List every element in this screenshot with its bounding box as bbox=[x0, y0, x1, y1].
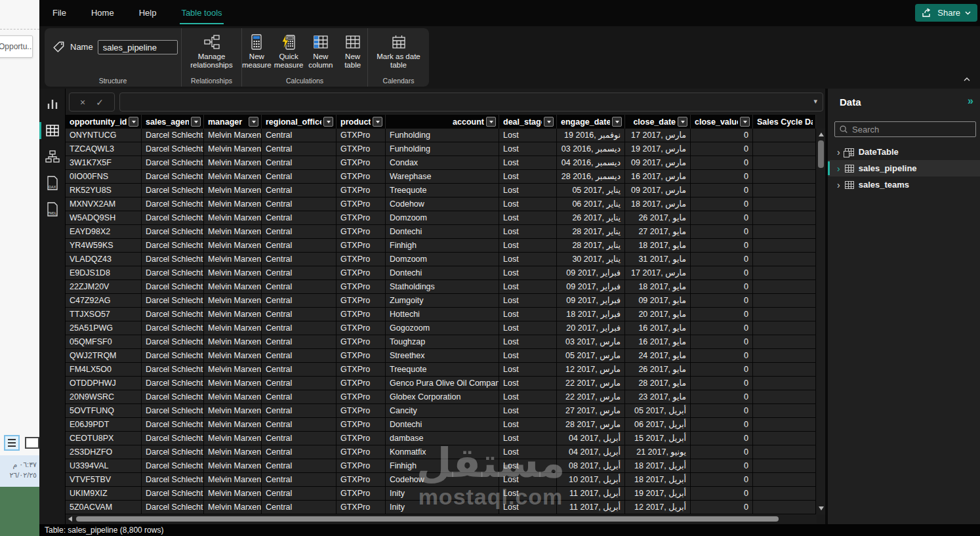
table-row[interactable]: 3W1K7X5FDarcel SchlechtMelvin MarxenCent… bbox=[66, 156, 816, 170]
cell-close-date: 16 2017, مايو bbox=[625, 335, 691, 348]
table-row[interactable]: C47Z92AGDarcel SchlechtMelvin MarxenCent… bbox=[66, 294, 816, 308]
cell-sales-agent: Darcel Schlecht bbox=[142, 239, 204, 252]
collapse-ribbon-button[interactable] bbox=[963, 73, 971, 85]
new-measure-button[interactable]: New measure bbox=[242, 33, 272, 74]
data-table-sales-teams[interactable]: ›sales_teams bbox=[828, 176, 980, 193]
expand-chevron-icon[interactable]: › bbox=[837, 164, 840, 173]
formula-expand-chevron-icon[interactable]: ▾ bbox=[813, 97, 817, 106]
column-header-close-date[interactable]: close_date bbox=[625, 115, 691, 129]
table-row[interactable]: 20N9WSRCDarcel SchlechtMelvin MarxenCent… bbox=[66, 390, 816, 404]
scroll-up-arrow-icon[interactable] bbox=[819, 133, 824, 136]
filter-button-deal-stage[interactable] bbox=[544, 117, 554, 127]
expand-chevron-icon[interactable]: › bbox=[837, 148, 840, 157]
table-row[interactable]: YR4W59KSDarcel SchlechtMelvin MarxenCent… bbox=[66, 239, 816, 253]
table-row[interactable]: 22ZJM20VDarcel SchlechtMelvin MarxenCent… bbox=[66, 280, 816, 294]
filter-button-regional-office[interactable] bbox=[323, 117, 333, 127]
table-row[interactable]: UKIM9XIZDarcel SchlechtMelvin MarxenCent… bbox=[66, 487, 816, 501]
report-view-button[interactable] bbox=[39, 91, 66, 117]
filter-button-manager[interactable] bbox=[249, 117, 258, 127]
table-row[interactable]: TZCAQWL3Darcel SchlechtMelvin MarxenCent… bbox=[66, 142, 816, 156]
menu-file[interactable]: File bbox=[52, 0, 66, 26]
share-button[interactable]: Share bbox=[915, 4, 977, 22]
model-view-button[interactable] bbox=[39, 144, 66, 170]
column-header-deal-stage[interactable]: deal_stage bbox=[499, 115, 557, 129]
taskbar-window-icon[interactable] bbox=[25, 437, 39, 449]
cell-product: GTXPro bbox=[337, 156, 386, 169]
mark-as-date-table-button[interactable]: Mark as date table bbox=[371, 33, 427, 74]
data-search-box[interactable] bbox=[834, 121, 976, 137]
formula-bar: × ✓ ▾ bbox=[66, 93, 825, 112]
table-row[interactable]: E9DJS1D8Darcel SchlechtMelvin MarxenCent… bbox=[66, 266, 816, 280]
filter-button-close-value[interactable] bbox=[740, 117, 750, 127]
table-row[interactable]: VLADQZ43Darcel SchlechtMelvin MarxenCent… bbox=[66, 253, 816, 266]
table-row[interactable]: CEOTU8PXDarcel SchlechtMelvin MarxenCent… bbox=[66, 432, 816, 445]
filter-button-close-date[interactable] bbox=[678, 117, 687, 127]
table-row[interactable]: MXNVX2AMDarcel SchlechtMelvin MarxenCent… bbox=[66, 197, 816, 211]
search-input[interactable] bbox=[852, 125, 971, 134]
table-row[interactable]: 5OVTFUNQDarcel SchlechtMelvin MarxenCent… bbox=[66, 404, 816, 418]
cell-sales-agent: Darcel Schlecht bbox=[142, 487, 204, 500]
cell-close-value: 0 bbox=[691, 184, 753, 197]
data-table-datetable[interactable]: ›DateTable bbox=[828, 144, 980, 160]
table-row[interactable]: 0IO00FNSDarcel SchlechtMelvin MarxenCent… bbox=[66, 170, 816, 184]
confirm-icon[interactable]: ✓ bbox=[96, 97, 104, 108]
expand-chevron-icon[interactable]: › bbox=[837, 180, 840, 190]
column-header-regional-office[interactable]: regional_office bbox=[262, 115, 337, 129]
table-row[interactable]: TTJXSO57Darcel SchlechtMelvin MarxenCent… bbox=[66, 308, 816, 321]
column-header-manager[interactable]: manager bbox=[204, 115, 262, 129]
quick-measure-button[interactable]: Quick measure bbox=[274, 33, 304, 74]
horizontal-scroll-thumb[interactable] bbox=[76, 516, 779, 522]
column-header-close-value[interactable]: close_value bbox=[691, 115, 753, 129]
formula-input[interactable]: ▾ bbox=[119, 93, 823, 112]
filter-button-product[interactable] bbox=[373, 117, 382, 127]
table-row[interactable]: EAYD98X2Darcel SchlechtMelvin MarxenCent… bbox=[66, 225, 816, 239]
table-row[interactable]: QWJ2TRQMDarcel SchlechtMelvin MarxenCent… bbox=[66, 349, 816, 363]
vertical-scrollbar[interactable] bbox=[817, 129, 825, 514]
table-row[interactable]: E06J9PDTDarcel SchlechtMelvin MarxenCent… bbox=[66, 418, 816, 432]
column-header-engage-date[interactable]: engage_date bbox=[557, 115, 625, 129]
cancel-icon[interactable]: × bbox=[80, 97, 85, 108]
horizontal-scrollbar[interactable] bbox=[66, 514, 817, 524]
table-row[interactable]: RK52YU8SDarcel SchlechtMelvin MarxenCent… bbox=[66, 184, 816, 197]
manage-relationships-button[interactable]: Manage relationships bbox=[184, 33, 240, 74]
table-row[interactable]: 05QMFSF0Darcel SchlechtMelvin MarxenCent… bbox=[66, 335, 816, 349]
filter-button-sales-agent[interactable] bbox=[191, 117, 201, 127]
table-row[interactable]: ONYNTUCGDarcel SchlechtMelvin MarxenCent… bbox=[66, 129, 816, 142]
menu-table-tools[interactable]: Table tools bbox=[181, 0, 222, 26]
table-row[interactable]: W5ADQ9SHDarcel SchlechtMelvin MarxenCent… bbox=[66, 211, 816, 225]
column-header-product[interactable]: product bbox=[337, 115, 386, 129]
table-row[interactable]: OTDDPHWJDarcel SchlechtMelvin MarxenCent… bbox=[66, 377, 816, 390]
table-row[interactable]: 5Z0ACVAMDarcel SchlechtMelvin MarxenCent… bbox=[66, 501, 816, 514]
table-row[interactable]: 2S3DHZFODarcel SchlechtMelvin MarxenCent… bbox=[66, 445, 816, 459]
data-table-sales-pipeline[interactable]: ›sales_pipeline bbox=[828, 160, 980, 176]
table-row[interactable]: VTVF5TBVDarcel SchlechtMelvin MarxenCent… bbox=[66, 473, 816, 487]
table-name-input[interactable] bbox=[98, 40, 178, 54]
menu-home[interactable]: Home bbox=[91, 0, 114, 26]
table-row[interactable]: FM4LX5O0Darcel SchlechtMelvin MarxenCent… bbox=[66, 363, 816, 377]
cell-close-date: 26 2017, مايو bbox=[625, 363, 691, 376]
column-header-account[interactable]: account bbox=[386, 115, 499, 129]
new-column-button[interactable]: New column bbox=[306, 33, 336, 74]
cell-sales-agent: Darcel Schlecht bbox=[142, 473, 204, 486]
filter-button-opportunity-id[interactable] bbox=[129, 117, 138, 127]
dax-query-view-button[interactable]: DAX bbox=[39, 170, 66, 196]
vertical-scroll-thumb[interactable] bbox=[818, 140, 824, 168]
column-header-sales-cycle-days[interactable]: Sales Cycle Days bbox=[753, 115, 816, 129]
new-table-button[interactable]: New table bbox=[338, 33, 367, 74]
floating-window-title[interactable]: Opportu... bbox=[0, 35, 33, 58]
taskbar-menu-icon[interactable] bbox=[4, 435, 20, 451]
column-header-opportunity-id[interactable]: opportunity_id bbox=[66, 115, 142, 129]
column-label: close_date bbox=[629, 117, 676, 127]
cell-manager: Melvin Marxen bbox=[204, 335, 262, 348]
filter-button-engage-date[interactable] bbox=[612, 117, 622, 127]
menu-help[interactable]: Help bbox=[139, 0, 157, 26]
collapse-pane-icon[interactable]: » bbox=[968, 95, 973, 107]
table-row[interactable]: U3394VALDarcel SchlechtMelvin MarxenCent… bbox=[66, 459, 816, 473]
table-view-button[interactable] bbox=[39, 117, 66, 144]
tmdl-view-button[interactable]: TMDL bbox=[39, 196, 66, 222]
column-header-sales-agent[interactable]: sales_agent bbox=[142, 115, 204, 129]
table-row[interactable]: 25A51PWGDarcel SchlechtMelvin MarxenCent… bbox=[66, 321, 816, 335]
scroll-down-arrow-icon[interactable] bbox=[819, 506, 824, 510]
filter-button-account[interactable] bbox=[486, 117, 496, 127]
scroll-left-arrow-icon[interactable] bbox=[68, 516, 72, 522]
